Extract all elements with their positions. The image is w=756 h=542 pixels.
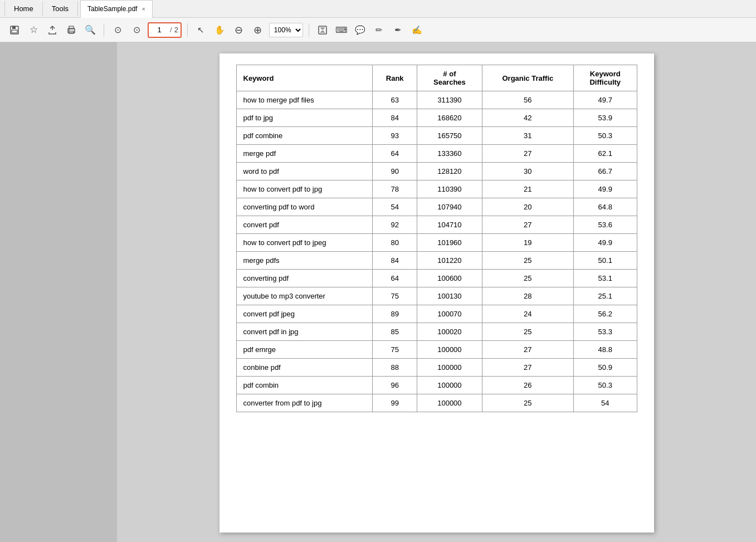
left-panel bbox=[0, 42, 117, 542]
highlight-button[interactable]: ✒ bbox=[391, 22, 406, 38]
num-cell: 100000 bbox=[417, 377, 482, 394]
table-row: pdf combin961000002650.3 bbox=[236, 377, 637, 394]
tab-tools[interactable]: Tools bbox=[43, 1, 78, 16]
select-tool-button[interactable]: ↖ bbox=[193, 22, 209, 38]
table-row: pdf emrge751000002748.8 bbox=[236, 341, 637, 359]
num-cell: 27 bbox=[482, 145, 573, 163]
num-cell: 27 bbox=[482, 341, 573, 359]
fit-page-button[interactable] bbox=[315, 22, 330, 38]
upload-button[interactable] bbox=[45, 22, 60, 38]
num-cell: 88 bbox=[373, 359, 417, 377]
toolbar-separator-3 bbox=[309, 23, 309, 37]
keyword-cell: converting pdf to word bbox=[236, 198, 373, 216]
comment-icon: 💬 bbox=[355, 25, 365, 35]
prev-page-button[interactable]: ⊙ bbox=[110, 22, 125, 38]
num-cell: 85 bbox=[373, 323, 417, 341]
num-cell: 30 bbox=[482, 163, 573, 180]
num-cell: 100000 bbox=[417, 394, 482, 412]
keyword-cell: word to pdf bbox=[236, 163, 373, 180]
star-icon: ☆ bbox=[30, 24, 38, 36]
tab-file[interactable]: TableSample.pdf × bbox=[80, 0, 153, 18]
comment-button[interactable]: 💬 bbox=[353, 22, 368, 38]
page-navigation: 1 / 2 bbox=[148, 22, 182, 38]
num-cell: 168620 bbox=[417, 109, 482, 127]
zoom-in-button[interactable]: ⊕ bbox=[250, 22, 266, 38]
page-number-input[interactable]: 1 bbox=[151, 26, 168, 34]
num-cell: 93 bbox=[373, 127, 417, 145]
zoom-select[interactable]: 100% 50% 75% 125% 150% 200% bbox=[269, 23, 303, 37]
table-header-row: Keyword Rank # ofSearches Organic Traffi… bbox=[236, 65, 637, 91]
keyword-cell: converter from pdf to jpg bbox=[236, 394, 373, 412]
table-row: pdf to jpg841686204253.9 bbox=[236, 109, 637, 127]
table-row: convert pdf921047102753.6 bbox=[236, 216, 637, 234]
col-header-rank: Rank bbox=[373, 65, 417, 91]
sign-icon: ✍ bbox=[412, 25, 422, 35]
keyword-cell: pdf combin bbox=[236, 377, 373, 394]
file-name-label: TableSample.pdf bbox=[87, 5, 137, 13]
close-tab-button[interactable]: × bbox=[142, 6, 145, 12]
zoom-out-button[interactable]: ⊖ bbox=[231, 22, 247, 38]
svg-rect-6 bbox=[69, 31, 74, 33]
num-cell: 100000 bbox=[417, 341, 482, 359]
edit-button[interactable]: ✏ bbox=[372, 22, 387, 38]
num-cell: 84 bbox=[373, 252, 417, 270]
next-page-button[interactable]: ⊙ bbox=[129, 22, 144, 38]
num-cell: 48.8 bbox=[574, 341, 637, 359]
num-cell: 101220 bbox=[417, 252, 482, 270]
num-cell: 53.3 bbox=[574, 323, 637, 341]
keyword-cell: pdf to jpg bbox=[236, 109, 373, 127]
keyword-cell: converting pdf bbox=[236, 270, 373, 287]
zoom-in-icon: ⊕ bbox=[253, 24, 262, 36]
num-cell: 64.8 bbox=[574, 198, 637, 216]
num-cell: 78 bbox=[373, 180, 417, 198]
search-button[interactable]: 🔍 bbox=[82, 22, 98, 38]
hand-icon: ✋ bbox=[214, 25, 225, 35]
num-cell: 25 bbox=[482, 323, 573, 341]
num-cell: 25 bbox=[482, 394, 573, 412]
fit-page-icon bbox=[318, 25, 328, 35]
num-cell: 56 bbox=[482, 91, 573, 109]
table-row: convert pdf jpeg891000702456.2 bbox=[236, 305, 637, 323]
svg-rect-2 bbox=[12, 30, 17, 33]
favorite-button[interactable]: ☆ bbox=[26, 22, 41, 38]
num-cell: 100070 bbox=[417, 305, 482, 323]
num-cell: 27 bbox=[482, 216, 573, 234]
pdf-area[interactable]: Keyword Rank # ofSearches Organic Traffi… bbox=[117, 42, 756, 542]
keyword-cell: pdf emrge bbox=[236, 341, 373, 359]
num-cell: 56.2 bbox=[574, 305, 637, 323]
tab-home[interactable]: Home bbox=[4, 1, 43, 16]
hand-tool-button[interactable]: ✋ bbox=[212, 22, 228, 38]
num-cell: 21 bbox=[482, 180, 573, 198]
table-row: merge pdfs841012202550.1 bbox=[236, 252, 637, 270]
num-cell: 99 bbox=[373, 394, 417, 412]
print-button[interactable] bbox=[64, 22, 79, 38]
page-separator: / bbox=[170, 26, 172, 34]
markup-button[interactable]: ⌨ bbox=[334, 22, 349, 38]
save-button[interactable] bbox=[7, 22, 22, 38]
num-cell: 27 bbox=[482, 359, 573, 377]
num-cell: 62.1 bbox=[574, 145, 637, 163]
num-cell: 96 bbox=[373, 377, 417, 394]
num-cell: 75 bbox=[373, 287, 417, 305]
save-icon bbox=[9, 25, 19, 35]
keyword-cell: conbine pdf bbox=[236, 359, 373, 377]
num-cell: 50.9 bbox=[574, 359, 637, 377]
title-bar: Home Tools TableSample.pdf × bbox=[0, 0, 756, 18]
table-row: youtube to mp3 converter751001302825.1 bbox=[236, 287, 637, 305]
num-cell: 26 bbox=[482, 377, 573, 394]
up-arrow-icon: ⊙ bbox=[114, 25, 121, 35]
num-cell: 75 bbox=[373, 341, 417, 359]
num-cell: 311390 bbox=[417, 91, 482, 109]
num-cell: 66.7 bbox=[574, 163, 637, 180]
num-cell: 25.1 bbox=[574, 287, 637, 305]
col-header-searches: # ofSearches bbox=[417, 65, 482, 91]
keyword-cell: convert pdf bbox=[236, 216, 373, 234]
num-cell: 110390 bbox=[417, 180, 482, 198]
num-cell: 100020 bbox=[417, 323, 482, 341]
main-area: Keyword Rank # ofSearches Organic Traffi… bbox=[0, 42, 756, 542]
svg-rect-1 bbox=[12, 26, 16, 29]
sign-button[interactable]: ✍ bbox=[409, 22, 425, 38]
edit-icon: ✏ bbox=[375, 25, 383, 35]
table-row: word to pdf901281203066.7 bbox=[236, 163, 637, 180]
num-cell: 31 bbox=[482, 127, 573, 145]
